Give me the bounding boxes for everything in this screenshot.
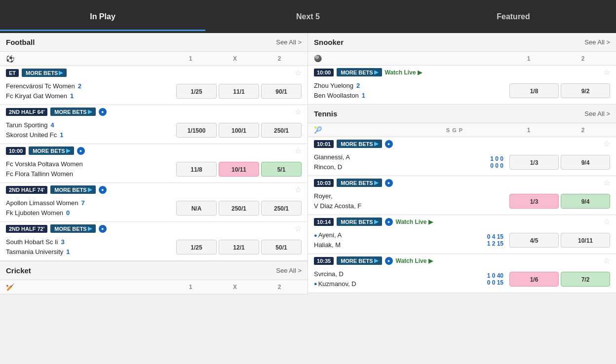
match2-live-icon: ●	[99, 108, 107, 116]
match4-odds-x[interactable]: 250/1	[219, 201, 259, 216]
match3-odds-x[interactable]: 10/11	[219, 162, 259, 177]
snooker-match1-odds: 1/8 9/2	[509, 83, 610, 98]
tennis-match3-teams: ● Ayeni, A Haliak, M 0 4 15 1 2 15 4/5 1…	[308, 228, 616, 254]
match5-badge: 2ND HALF 72'	[6, 225, 47, 233]
tennis-match2-names: Royer, V Diaz Acosta, F	[314, 191, 464, 211]
match1-odds-1[interactable]: 1/25	[176, 84, 217, 99]
match1-teams: Ferencvárosi Tc Women 2 Fc Kiryat Gat Wo…	[6, 81, 173, 101]
snooker-section-header: Snooker See All >	[308, 33, 616, 52]
tennis-match3-names: ● Ayeni, A Haliak, M	[314, 230, 464, 250]
tennis-match1-label: 10:01 MORE BETS ▶ ● ☆	[308, 137, 616, 150]
cricket-see-all[interactable]: See All >	[276, 267, 302, 274]
snooker-match-1: 10:00 MORE BETS ▶ Watch Live ▶ ☆ Zhou Yu…	[308, 66, 616, 105]
tennis-match4-serve2: ●	[314, 281, 317, 287]
match2-label-row: 2ND HALF 64' MORE BETS ▶ ● ☆	[0, 105, 308, 118]
match3-odds-2[interactable]: 5/1	[261, 162, 302, 177]
match3-team2-row: Fc Flora Tallinn Women	[6, 169, 173, 179]
match3-odds-1[interactable]: 11/8	[176, 162, 217, 177]
tennis-match3-odds-1[interactable]: 4/5	[509, 233, 559, 248]
match1-odds-2[interactable]: 90/1	[261, 84, 302, 99]
match4-star[interactable]: ☆	[295, 185, 302, 194]
match3-more-bets[interactable]: MORE BETS ▶	[29, 146, 74, 155]
tennis-match1-star[interactable]: ☆	[603, 139, 610, 148]
tennis-match3-star[interactable]: ☆	[603, 217, 610, 226]
match4-team1-name: Apollon Limassol Women	[6, 198, 78, 208]
tennis-match2-odds-2[interactable]: 9/4	[561, 194, 610, 209]
match5-odds-x[interactable]: 12/1	[219, 240, 259, 255]
tennis-match4-watch-live[interactable]: Watch Live ▶	[396, 257, 433, 264]
snooker-teams: Zhou Yuelong 2 Ben Woollaston 1	[314, 81, 506, 100]
tennis-match2-star[interactable]: ☆	[603, 178, 610, 187]
match1-star[interactable]: ☆	[295, 68, 302, 77]
snooker-watch-live[interactable]: Watch Live ▶	[385, 69, 422, 76]
snooker-match1-star[interactable]: ☆	[603, 68, 610, 77]
tennis-match3-scores: 0 4 15 1 2 15	[467, 233, 506, 247]
match2-team1-name: Tarun Sporting	[6, 120, 48, 130]
tennis-match4-badge: 10:35	[314, 257, 334, 265]
match2-star[interactable]: ☆	[295, 107, 302, 116]
match3-label-row: 10:00 MORE BETS ▶ ● ☆	[0, 144, 308, 157]
tennis-match2-teams: Royer, V Diaz Acosta, F 1/3 9/4	[308, 189, 616, 215]
tab-next5[interactable]: Next 5	[205, 2, 411, 31]
match1-odds-x[interactable]: 11/1	[219, 84, 259, 99]
match1-team1-name: Ferencvárosi Tc Women	[6, 81, 75, 91]
snooker-team1-row: Zhou Yuelong 2	[314, 81, 506, 91]
match2-team2-name: Skorost United Fc	[6, 130, 57, 140]
match5-odds-1[interactable]: 1/25	[176, 240, 217, 255]
match5-teams-row: South Hobart Sc Ii 3 Tasmania University…	[0, 235, 308, 260]
match2-more-bets[interactable]: MORE BETS ▶	[50, 108, 95, 116]
match2-odds-x[interactable]: 100/1	[219, 123, 259, 138]
tennis-match3-watch-live[interactable]: Watch Live ▶	[396, 218, 433, 225]
tennis-match2-more-bets[interactable]: MORE BETS ▶	[337, 179, 382, 187]
match5-star[interactable]: ☆	[295, 224, 302, 233]
match2-badge: 2ND HALF 64'	[6, 108, 47, 116]
tab-inplay[interactable]: In Play	[0, 2, 205, 31]
tennis-section-header: Tennis See All >	[308, 105, 616, 123]
match3-star[interactable]: ☆	[295, 146, 302, 155]
match4-team1-score: 7	[81, 199, 84, 207]
match4-more-bets[interactable]: MORE BETS ▶	[50, 185, 95, 194]
match4-odds: N/A 250/1 250/1	[176, 201, 302, 216]
tennis-match4-odds-1[interactable]: 1/6	[509, 272, 559, 287]
snooker-odds-2[interactable]: 9/2	[561, 83, 610, 98]
tennis-match3-more-bets[interactable]: MORE BETS ▶	[337, 218, 382, 226]
tennis-match4-star[interactable]: ☆	[603, 256, 610, 265]
match3-odds: 11/8 10/11 5/1	[176, 162, 302, 177]
match4-odds-1[interactable]: N/A	[176, 201, 217, 216]
match4-odds-2[interactable]: 250/1	[261, 201, 302, 216]
football-see-all[interactable]: See All >	[276, 38, 302, 46]
tennis-match-2: 10:03 MORE BETS ▶ ● ☆ Royer, V Diaz Acos…	[308, 176, 616, 215]
match1-more-bets[interactable]: MORE BETS ▶	[22, 69, 67, 77]
match4-badge: 2ND HALF 74'	[6, 186, 47, 194]
match2-team1-score: 4	[51, 121, 54, 129]
match5-odds-2[interactable]: 50/1	[261, 240, 302, 255]
tennis-match4-team2-name: Kuzmanov, D	[318, 279, 356, 289]
match4-teams: Apollon Limassol Women 7 Fk Ljuboten Wom…	[6, 198, 173, 218]
snooker-odds-1[interactable]: 1/8	[509, 83, 559, 98]
match2-odds-2[interactable]: 250/1	[261, 123, 302, 138]
snooker-match1-more-bets[interactable]: MORE BETS ▶	[337, 68, 382, 76]
tennis-match4-score2: 0 0 15	[487, 279, 503, 286]
match3-live-icon: ●	[77, 147, 85, 155]
tennis-match3-odds-2[interactable]: 10/11	[561, 233, 610, 248]
tennis-match1-names: Giannessi, A Rincon, D	[314, 152, 464, 172]
tennis-match3-odds: 4/5 10/11	[509, 233, 610, 248]
tennis-see-all[interactable]: See All >	[584, 110, 610, 117]
match2-odds-1[interactable]: 1/1500	[176, 123, 217, 138]
snooker-see-all[interactable]: See All >	[584, 38, 610, 46]
match5-more-bets[interactable]: MORE BETS ▶	[50, 224, 95, 233]
match2-odds: 1/1500 100/1 250/1	[176, 123, 302, 138]
snooker-match1-teams: Zhou Yuelong 2 Ben Woollaston 1 1/8 9/2	[308, 79, 616, 104]
match5-team1-name: South Hobart Sc Ii	[6, 237, 58, 247]
right-panel: Snooker See All > 🎱 1 2 10:00 MORE BETS …	[308, 33, 616, 294]
tennis-match4-odds-2[interactable]: 7/2	[561, 272, 610, 287]
tennis-match1-odds-1[interactable]: 1/3	[509, 155, 559, 170]
tennis-match1-odds-2[interactable]: 9/4	[561, 155, 610, 170]
tennis-match2-odds-1[interactable]: 1/3	[509, 194, 559, 209]
football-match-1: ET MORE BETS ▶ ☆ Ferencvárosi Tc Women 2…	[0, 66, 308, 105]
tennis-match4-more-bets[interactable]: MORE BETS ▶	[337, 256, 382, 265]
tennis-match1-more-bets[interactable]: MORE BETS ▶	[337, 140, 382, 148]
tennis-match3-badge: 10:14	[314, 218, 334, 226]
cricket-col-headers: 🏏 1 X 2	[0, 280, 308, 294]
tab-featured[interactable]: Featured	[411, 2, 616, 31]
